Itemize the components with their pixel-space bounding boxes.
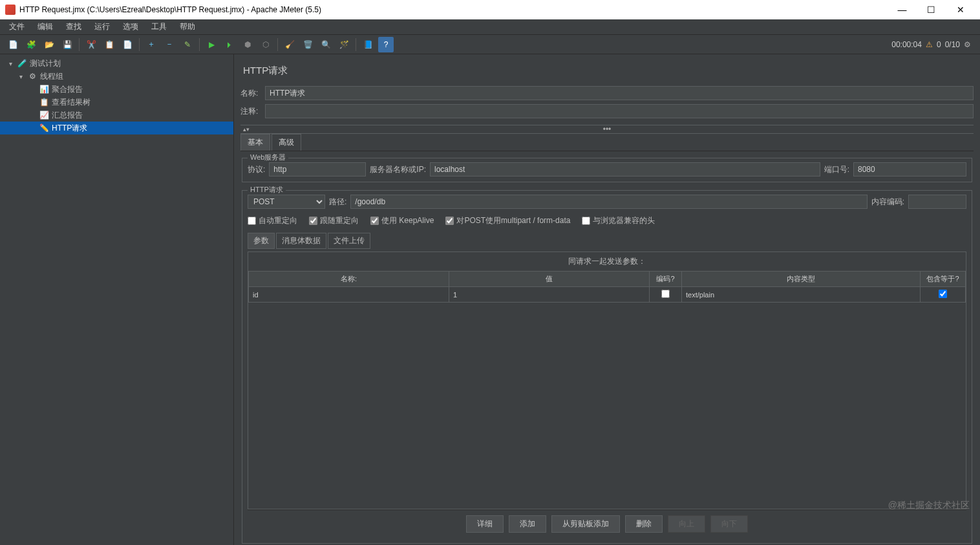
auto-redirect-checkbox[interactable] bbox=[248, 217, 256, 225]
menu-run[interactable]: 运行 bbox=[88, 20, 116, 34]
tab-advanced[interactable]: 高级 bbox=[272, 134, 301, 151]
port-input[interactable] bbox=[853, 162, 966, 176]
save-icon[interactable]: 💾 bbox=[59, 37, 75, 52]
toggle-icon[interactable]: ✎ bbox=[180, 37, 195, 52]
host-label: 服务器名称或IP: bbox=[370, 164, 426, 175]
function-helper-icon[interactable]: 🪄 bbox=[336, 37, 352, 52]
new-icon[interactable]: 📄 bbox=[5, 37, 21, 52]
from-clipboard-button[interactable]: 从剪贴板添加 bbox=[551, 515, 620, 533]
clear-all-icon[interactable]: 🗑️ bbox=[300, 37, 315, 52]
minimize-button[interactable]: — bbox=[888, 1, 917, 19]
tree-item[interactable]: 📋 查看结果树 bbox=[0, 96, 233, 109]
protocol-input[interactable] bbox=[269, 162, 366, 176]
cell-encode-checkbox[interactable] bbox=[661, 290, 670, 298]
menu-search[interactable]: 查找 bbox=[59, 20, 88, 34]
search-icon[interactable]: 🔍 bbox=[318, 37, 334, 52]
host-input[interactable] bbox=[430, 162, 820, 176]
cell-include-checkbox[interactable] bbox=[939, 290, 947, 298]
tree-panel: ▾ 🧪 测试计划 ▾ ⚙ 线程组 📊 聚合报告 📋 查看结果树 📈 汇总报告 ✏… bbox=[0, 54, 234, 545]
method-select[interactable]: POST bbox=[248, 195, 325, 209]
follow-redirect-checkbox[interactable] bbox=[309, 217, 317, 225]
cell-value[interactable]: 1 bbox=[449, 287, 650, 303]
comment-input[interactable] bbox=[265, 104, 974, 118]
chevron-down-icon[interactable]: ▾ bbox=[17, 73, 25, 80]
tree-test-plan[interactable]: ▾ 🧪 测试计划 bbox=[0, 57, 233, 70]
watermark: @稀土掘金技术社区 bbox=[888, 500, 970, 511]
close-button[interactable]: ✕ bbox=[946, 1, 975, 19]
stop-icon[interactable]: ⬢ bbox=[240, 37, 255, 52]
elapsed-time: 00:00:04 bbox=[891, 40, 922, 49]
gear-icon[interactable]: ⚙ bbox=[964, 40, 971, 49]
maximize-button[interactable]: ☐ bbox=[917, 1, 946, 19]
shutdown-icon[interactable]: ⬡ bbox=[258, 37, 273, 52]
templates-icon[interactable]: 🧩 bbox=[23, 37, 39, 52]
start-icon[interactable]: ▶ bbox=[204, 37, 219, 52]
open-icon[interactable]: 📂 bbox=[41, 37, 57, 52]
menu-tools[interactable]: 工具 bbox=[145, 20, 173, 34]
encoding-input[interactable] bbox=[908, 195, 966, 209]
params-table[interactable]: 名称: 值 编码? 内容类型 包含等于? id 1 text/plain bbox=[248, 271, 966, 303]
gear-icon: ⚙ bbox=[27, 71, 37, 81]
menu-help[interactable]: 帮助 bbox=[173, 20, 202, 34]
menu-edit[interactable]: 编辑 bbox=[31, 20, 59, 34]
thread-count: 0/10 bbox=[945, 40, 960, 49]
warning-icon[interactable]: ⚠ bbox=[926, 40, 933, 49]
subtab-files[interactable]: 文件上传 bbox=[328, 233, 370, 249]
menu-options[interactable]: 选项 bbox=[116, 20, 145, 34]
col-encode: 编码? bbox=[650, 272, 682, 287]
copy-icon[interactable]: 📋 bbox=[101, 37, 117, 52]
what-icon[interactable]: ? bbox=[378, 37, 394, 52]
tab-basic[interactable]: 基本 bbox=[240, 134, 270, 151]
up-button[interactable]: 向上 bbox=[668, 515, 705, 533]
multipart-checkbox[interactable] bbox=[445, 217, 454, 225]
name-label: 名称: bbox=[240, 88, 265, 99]
tree-item[interactable]: 📊 聚合报告 bbox=[0, 83, 233, 96]
summary-icon: 📈 bbox=[39, 110, 49, 120]
name-input[interactable] bbox=[265, 86, 974, 100]
tree-thread-group[interactable]: ▾ ⚙ 线程组 bbox=[0, 70, 233, 83]
window-title: HTTP Request.jmx (C:\Users\Ezreal\Deskto… bbox=[19, 5, 321, 14]
menu-bar: 文件 编辑 查找 运行 选项 工具 帮助 bbox=[0, 19, 980, 35]
paste-icon[interactable]: 📄 bbox=[120, 37, 135, 52]
comment-label: 注释: bbox=[240, 106, 265, 117]
subtab-params[interactable]: 参数 bbox=[248, 233, 275, 249]
cell-ctype[interactable]: text/plain bbox=[682, 287, 921, 303]
help-icon[interactable]: 📘 bbox=[360, 37, 376, 52]
add-button[interactable]: 添加 bbox=[509, 515, 546, 533]
encoding-label: 内容编码: bbox=[871, 197, 904, 208]
down-button[interactable]: 向下 bbox=[710, 515, 748, 533]
browser-headers-checkbox[interactable] bbox=[582, 217, 590, 225]
title-bar: HTTP Request.jmx (C:\Users\Ezreal\Deskto… bbox=[0, 0, 980, 19]
sampler-icon: ✏️ bbox=[39, 123, 49, 133]
subtab-body[interactable]: 消息体数据 bbox=[276, 233, 326, 249]
tree-item[interactable]: 📈 汇总报告 bbox=[0, 109, 233, 122]
tree-label: 汇总报告 bbox=[52, 110, 83, 121]
flask-icon: 🧪 bbox=[17, 58, 27, 69]
detail-button[interactable]: 详细 bbox=[466, 515, 504, 533]
table-row[interactable]: id 1 text/plain bbox=[249, 287, 966, 303]
keepalive-checkbox[interactable] bbox=[370, 217, 379, 225]
web-server-group: Web服务器 协议: 服务器名称或IP: 端口号: bbox=[242, 158, 972, 182]
app-icon bbox=[5, 5, 16, 15]
start-no-pause-icon[interactable]: ⏵ bbox=[222, 37, 237, 52]
port-label: 端口号: bbox=[824, 164, 849, 175]
cut-icon[interactable]: ✂️ bbox=[83, 37, 99, 52]
chevron-down-icon[interactable]: ▾ bbox=[6, 60, 14, 67]
panel-title: HTTP请求 bbox=[240, 58, 974, 86]
collapse-icon[interactable]: － bbox=[162, 37, 177, 52]
clear-icon[interactable]: 🧹 bbox=[282, 37, 297, 52]
tree-label: 线程组 bbox=[40, 71, 63, 82]
delete-button[interactable]: 删除 bbox=[625, 515, 663, 533]
expand-icon[interactable]: ＋ bbox=[144, 37, 159, 52]
error-count: 0 bbox=[937, 40, 941, 49]
collapse-handle[interactable]: ▴▾••• bbox=[240, 125, 974, 134]
cell-name[interactable]: id bbox=[249, 287, 449, 303]
path-input[interactable] bbox=[350, 195, 867, 209]
tree-label: 查看结果树 bbox=[52, 97, 91, 108]
status-area: 00:00:04 ⚠ 0 0/10 ⚙ bbox=[891, 40, 971, 49]
tree-label: HTTP请求 bbox=[52, 123, 87, 134]
menu-file[interactable]: 文件 bbox=[3, 20, 31, 34]
tree-item-http-request[interactable]: ✏️ HTTP请求 bbox=[0, 122, 233, 134]
report-icon: 📊 bbox=[39, 84, 49, 94]
toolbar: 📄 🧩 📂 💾 ✂️ 📋 📄 ＋ － ✎ ▶ ⏵ ⬢ ⬡ 🧹 🗑️ 🔍 🪄 📘 … bbox=[0, 35, 980, 54]
